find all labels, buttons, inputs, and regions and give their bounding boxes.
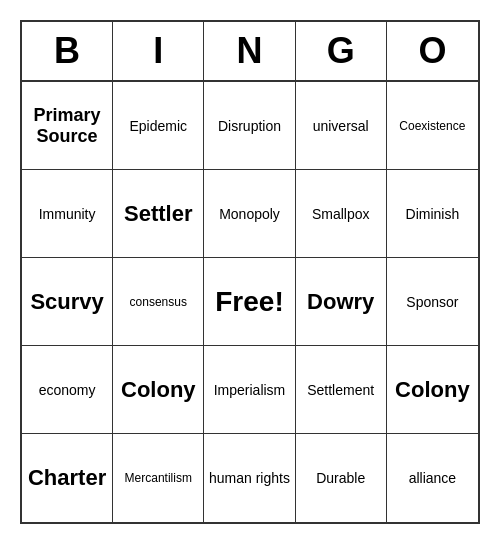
bingo-cell: consensus bbox=[113, 258, 204, 346]
bingo-cell: Monopoly bbox=[204, 170, 295, 258]
bingo-cell: Charter bbox=[22, 434, 113, 522]
bingo-grid: Primary SourceEpidemicDisruptionuniversa… bbox=[22, 82, 478, 522]
bingo-cell: Durable bbox=[296, 434, 387, 522]
header-letter: G bbox=[296, 22, 387, 80]
bingo-cell: Diminish bbox=[387, 170, 478, 258]
bingo-cell: human rights bbox=[204, 434, 295, 522]
header-letter: B bbox=[22, 22, 113, 80]
bingo-cell: Settler bbox=[113, 170, 204, 258]
bingo-cell: Colony bbox=[113, 346, 204, 434]
bingo-cell: Colony bbox=[387, 346, 478, 434]
bingo-cell: Immunity bbox=[22, 170, 113, 258]
bingo-cell: Smallpox bbox=[296, 170, 387, 258]
header-letter: O bbox=[387, 22, 478, 80]
bingo-cell: Coexistence bbox=[387, 82, 478, 170]
bingo-cell: Mercantilism bbox=[113, 434, 204, 522]
bingo-cell: Settlement bbox=[296, 346, 387, 434]
bingo-cell: Free! bbox=[204, 258, 295, 346]
bingo-cell: economy bbox=[22, 346, 113, 434]
bingo-cell: Disruption bbox=[204, 82, 295, 170]
bingo-header: BINGO bbox=[22, 22, 478, 82]
header-letter: N bbox=[204, 22, 295, 80]
header-letter: I bbox=[113, 22, 204, 80]
bingo-cell: alliance bbox=[387, 434, 478, 522]
bingo-cell: Imperialism bbox=[204, 346, 295, 434]
bingo-cell: Primary Source bbox=[22, 82, 113, 170]
bingo-card: BINGO Primary SourceEpidemicDisruptionun… bbox=[20, 20, 480, 524]
bingo-cell: Epidemic bbox=[113, 82, 204, 170]
bingo-cell: Sponsor bbox=[387, 258, 478, 346]
bingo-cell: Dowry bbox=[296, 258, 387, 346]
bingo-cell: universal bbox=[296, 82, 387, 170]
bingo-cell: Scurvy bbox=[22, 258, 113, 346]
